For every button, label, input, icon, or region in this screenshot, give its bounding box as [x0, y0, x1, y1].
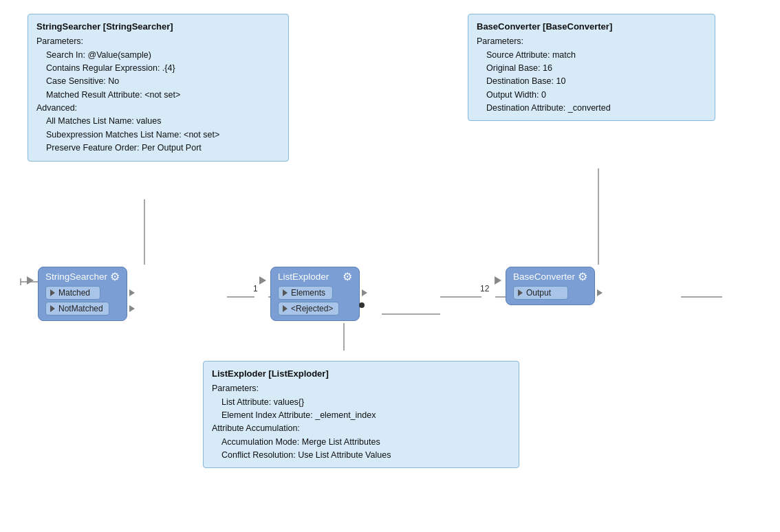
rejected-port-dot — [359, 302, 365, 308]
matched-port-out-arrow — [129, 289, 135, 296]
list-exploder-info-box: ListExploder [ListExploder] Parameters: … — [203, 361, 519, 468]
rejected-port-label: <Rejected> — [291, 304, 333, 313]
list-exploder-node-box[interactable]: ListExploder ⚙ Elements <Rejected> — [270, 267, 360, 321]
ss-to-le-badge: 1 — [253, 284, 258, 293]
list-exploder-input-port — [259, 276, 266, 285]
not-matched-port-triangle — [50, 305, 55, 312]
not-matched-port-row: NotMatched — [45, 302, 120, 315]
string-searcher-input-port — [27, 276, 34, 285]
list-exploder-node-title: ListExploder — [278, 271, 329, 282]
string-searcher-info-content: Parameters: Search In: @Value(sample) Co… — [36, 35, 280, 155]
base-converter-info-box: BaseConverter [BaseConverter] Parameters… — [468, 14, 715, 121]
string-searcher-info-box: StringSearcher [StringSearcher] Paramete… — [28, 14, 289, 162]
output-port[interactable]: Output — [513, 286, 568, 300]
matched-port-triangle — [50, 289, 55, 296]
output-port-row: Output — [513, 286, 587, 300]
base-converter-input-port — [495, 276, 501, 285]
elements-port-row: Elements — [278, 286, 352, 300]
elements-port-triangle — [283, 289, 288, 296]
list-exploder-info-title: ListExploder [ListExploder] — [212, 367, 510, 381]
base-converter-node-title: BaseConverter — [513, 271, 575, 282]
matched-port-label: Matched — [58, 288, 90, 298]
output-port-triangle — [518, 289, 523, 296]
base-converter-info-title: BaseConverter [BaseConverter] — [477, 20, 706, 34]
rejected-port-triangle — [283, 305, 288, 312]
output-port-out-arrow — [597, 289, 603, 296]
le-to-bc-badge: 12 — [480, 284, 489, 293]
matched-port[interactable]: Matched — [45, 286, 100, 300]
base-converter-gear-icon[interactable]: ⚙ — [578, 270, 587, 283]
elements-port[interactable]: Elements — [278, 286, 333, 300]
rejected-port[interactable]: <Rejected> — [278, 302, 339, 315]
rejected-port-row: <Rejected> — [278, 302, 352, 315]
elements-port-out-arrow — [362, 289, 367, 296]
base-converter-info-content: Parameters: Source Attribute: match Orig… — [477, 35, 706, 115]
list-exploder-info-content: Parameters: List Attribute: values{} Ele… — [212, 382, 510, 462]
matched-port-row: Matched — [45, 286, 120, 300]
output-port-label: Output — [526, 288, 551, 298]
elements-port-label: Elements — [291, 288, 325, 298]
canvas: StringSearcher [StringSearcher] Paramete… — [0, 0, 780, 532]
base-converter-node-box[interactable]: BaseConverter ⚙ Output — [506, 267, 595, 305]
not-matched-port[interactable]: NotMatched — [45, 302, 109, 315]
list-exploder-gear-icon[interactable]: ⚙ — [343, 270, 352, 283]
string-searcher-node-box[interactable]: StringSearcher ⚙ Matched NotMatched — [38, 267, 127, 321]
string-searcher-info-title: StringSearcher [StringSearcher] — [36, 20, 280, 34]
not-matched-port-out-arrow — [129, 305, 135, 312]
string-searcher-gear-icon[interactable]: ⚙ — [110, 270, 120, 283]
string-searcher-node-title: StringSearcher — [45, 271, 107, 282]
not-matched-port-label: NotMatched — [58, 304, 103, 313]
